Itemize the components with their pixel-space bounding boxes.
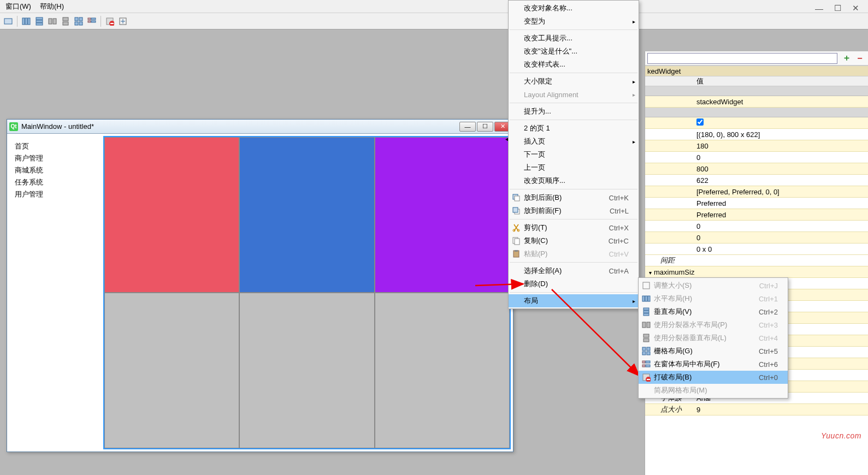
menu-item[interactable]: 删除(D) [509, 277, 639, 290]
menu-item-label: 改变样式表... [524, 60, 565, 69]
breaklayout-icon[interactable] [104, 15, 116, 27]
hsplitter-icon[interactable] [46, 15, 58, 27]
menu-item[interactable]: 下一页 [509, 148, 639, 161]
menu-item[interactable]: 打破布局(B)Ctrl+0 [639, 371, 788, 384]
menu-item[interactable]: 选择全部(A)Ctrl+A [509, 264, 639, 277]
sidebar-list[interactable]: 首页 商户管理 商城系统 任务系统 用户管理 [9, 136, 102, 449]
prop-value[interactable]: 0 [694, 222, 868, 230]
menu-item[interactable]: 放到前面(F)Ctrl+L [509, 204, 639, 217]
grid-cell[interactable] [239, 137, 374, 293]
list-item[interactable]: 商城系统 [15, 164, 97, 176]
property-row[interactable]: 180 [645, 140, 868, 152]
layout-submenu: 调整大小(S)Ctrl+J水平布局(H)Ctrl+1垂直布局(V)Ctrl+2使… [638, 277, 788, 399]
property-row[interactable]: 0 x 0 [645, 244, 868, 255]
menu-item[interactable]: 布局 [509, 294, 639, 307]
grid-cell[interactable] [104, 293, 239, 448]
property-row[interactable]: Preferred [645, 198, 868, 209]
property-row[interactable]: 0 [645, 221, 868, 232]
property-row[interactable]: [Preferred, Preferred, 0, 0] [645, 186, 868, 198]
remove-property-button[interactable]: − [854, 52, 866, 64]
prop-value[interactable] [694, 118, 868, 127]
prop-value[interactable]: 0 [694, 153, 868, 162]
menu-item[interactable]: 改变页顺序... [509, 174, 639, 187]
prop-value[interactable]: Preferred [694, 211, 868, 219]
menu-item[interactable]: 改变"这是什么"... [509, 45, 639, 58]
menu-window[interactable]: 窗口(W) [5, 2, 31, 11]
property-row[interactable]: 622 [645, 175, 868, 186]
menu-item[interactable]: 改变工具提示... [509, 32, 639, 45]
menu-item[interactable]: 剪切(T)Ctrl+X [509, 221, 639, 234]
add-property-button[interactable]: ＋ [841, 52, 853, 64]
titlebar[interactable]: Qt MainWindow - untitled* — ☐ ✕ [7, 120, 513, 134]
grid-cell[interactable] [375, 137, 510, 293]
menu-item[interactable]: 改变对象名称... [509, 2, 639, 15]
menu-item[interactable]: 提升为... [509, 105, 639, 118]
prop-value[interactable]: 9 [694, 406, 868, 414]
menu-item[interactable]: 插入页 [509, 135, 639, 148]
global-min-button[interactable]: — [815, 4, 823, 13]
property-row[interactable]: 间距 [645, 255, 868, 266]
list-item[interactable]: 用户管理 [15, 188, 97, 200]
list-item[interactable]: 商户管理 [15, 152, 97, 164]
menu-item[interactable]: 改变样式表... [509, 58, 639, 71]
vlayout-icon[interactable] [33, 15, 45, 27]
menubar: 窗口(W) 帮助(H) [0, 0, 868, 13]
prop-checkbox[interactable] [696, 118, 704, 126]
property-row[interactable]: [(180, 0), 800 x 622] [645, 129, 868, 140]
property-row[interactable]: 0 [645, 152, 868, 163]
property-row[interactable]: 0 [645, 232, 868, 244]
grid-cell[interactable] [104, 137, 239, 293]
prop-value[interactable]: 800 [694, 165, 868, 173]
prop-value[interactable]: [(180, 0), 800 x 622] [694, 130, 868, 139]
vsplitter-icon[interactable] [60, 15, 72, 27]
prop-value[interactable]: 0 [694, 234, 868, 242]
prop-value[interactable]: stackedWidget [694, 98, 868, 106]
gridlayout-icon[interactable] [73, 15, 85, 27]
prop-value[interactable]: 622 [694, 176, 868, 185]
menu-item[interactable]: 复制(C)Ctrl+C [509, 234, 639, 247]
list-item[interactable]: 任务系统 [15, 176, 97, 188]
menu-item[interactable]: 放到后面(B)Ctrl+K [509, 191, 639, 204]
global-close-button[interactable]: ✕ [852, 3, 859, 13]
menu-item[interactable]: 2 的页 1 [509, 122, 639, 135]
property-row[interactable]: 800 [645, 163, 868, 175]
menu-item[interactable]: 变型为 [509, 15, 639, 28]
global-max-button[interactable]: ☐ [834, 3, 841, 13]
grid-cell[interactable] [375, 293, 510, 448]
menu-item-label: 水平布局(H) [654, 294, 692, 304]
window-title: MainWindow - untitled* [21, 122, 458, 130]
formlayout-icon[interactable] [86, 15, 98, 27]
adjustsize-icon[interactable] [117, 15, 129, 27]
property-row[interactable]: stackedWidget [645, 96, 868, 108]
toolbar-separator [101, 16, 101, 27]
toolbar-btn-1[interactable] [2, 15, 14, 27]
menu-item[interactable]: 栅格布局(G)Ctrl+5 [639, 345, 788, 358]
property-row[interactable] [645, 117, 868, 129]
property-filter-input[interactable] [647, 53, 837, 64]
prop-value[interactable]: 0 x 0 [694, 245, 868, 253]
list-item[interactable]: 首页 [15, 140, 97, 152]
prop-value[interactable]: 180 [694, 142, 868, 150]
menu-item[interactable]: 在窗体布局中布局(F)Ctrl+6 [639, 358, 788, 371]
menu-item[interactable]: 上一页 [509, 161, 639, 174]
property-row[interactable]: Preferred [645, 209, 868, 221]
prop-name: 间距 [645, 256, 694, 265]
menu-help[interactable]: 帮助(H) [40, 2, 64, 11]
maximize-button[interactable]: ☐ [477, 122, 493, 132]
svg-rect-44 [642, 347, 646, 351]
menu-item: 简易网格布局(M) [639, 384, 788, 397]
stacked-widget[interactable]: ◂▸ [103, 136, 511, 449]
prop-value[interactable]: Preferred [694, 199, 868, 207]
grid-cell[interactable] [239, 293, 374, 448]
minimize-button[interactable]: — [459, 122, 476, 132]
menu-item[interactable]: 垂直布局(V)Ctrl+2 [639, 305, 788, 318]
menu-item[interactable]: 大小限定 [509, 75, 639, 88]
property-row[interactable]: 点大小9 [645, 404, 868, 415]
menu-item-label: 2 的页 1 [524, 123, 550, 133]
toolbar [0, 13, 868, 29]
property-row[interactable]: ▾maximumSize [645, 266, 868, 278]
expand-icon[interactable]: ▾ [647, 270, 653, 276]
menu-item-label: 改变页顺序... [524, 176, 565, 186]
hlayout-icon[interactable] [20, 15, 32, 27]
prop-value[interactable]: [Preferred, Preferred, 0, 0] [694, 188, 868, 196]
